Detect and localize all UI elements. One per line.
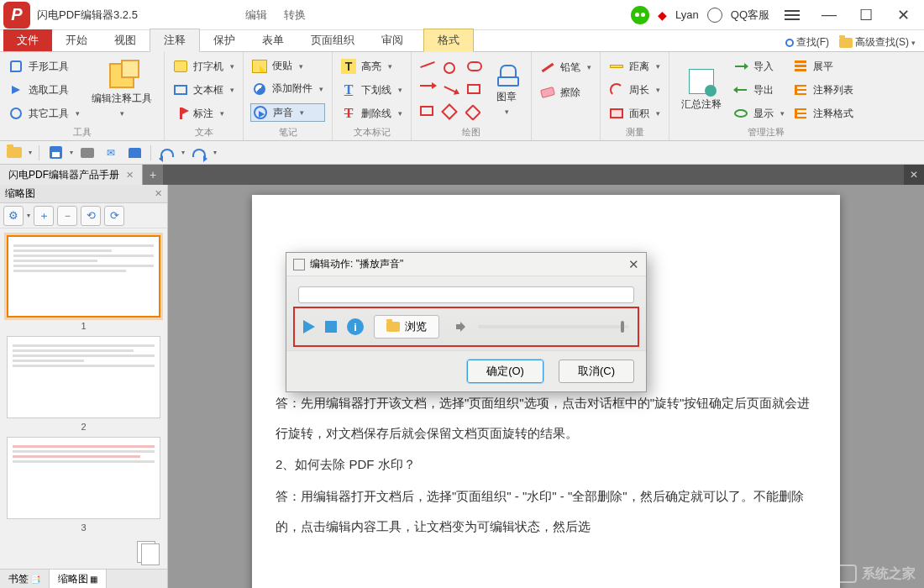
select-tool[interactable]: 选取工具	[7, 81, 81, 98]
export-annotations[interactable]: 导出	[732, 81, 786, 98]
open-button[interactable]	[5, 144, 24, 162]
add-tab-button[interactable]: +	[143, 165, 163, 185]
redo-button[interactable]	[190, 144, 208, 162]
eraser-tool[interactable]: 擦除	[538, 84, 593, 101]
hand-tool[interactable]: 手形工具	[7, 58, 81, 75]
callout-shape-tool[interactable]	[465, 83, 484, 95]
import-annotations[interactable]: 导入	[732, 58, 786, 75]
scan-button[interactable]	[125, 144, 144, 162]
callout-tool[interactable]: 标注	[171, 105, 236, 122]
import-icon	[735, 66, 747, 67]
menu-review[interactable]: 审阅	[368, 29, 417, 51]
face-icon[interactable]	[707, 8, 722, 23]
mail-button[interactable]: ✉	[102, 144, 120, 162]
thumbnail-page-2[interactable]	[7, 336, 160, 418]
arrow-tool[interactable]	[418, 84, 437, 87]
textbox-tool[interactable]: 文本框	[171, 81, 236, 98]
other-tools[interactable]: 其它工具	[7, 105, 81, 122]
close-all-tabs[interactable]: ✕	[904, 165, 924, 185]
document-tab[interactable]: 闪电PDF编辑器产品手册✕	[0, 165, 143, 185]
cancel-button[interactable]: 取消(C)	[559, 360, 634, 383]
top-tab-convert[interactable]: 转换	[277, 4, 312, 26]
polygon-tool[interactable]	[442, 105, 460, 118]
close-tab-icon[interactable]: ✕	[126, 170, 134, 181]
export-icon	[735, 89, 747, 91]
print-button[interactable]	[78, 144, 97, 162]
menu-file[interactable]: 文件	[3, 29, 52, 51]
attach-tool[interactable]: 添加附件	[250, 81, 325, 97]
dialog-close-icon[interactable]: ✕	[628, 257, 639, 272]
username[interactable]: Lyan	[675, 8, 699, 21]
oval-tool[interactable]	[442, 61, 460, 75]
title-bar: P 闪电PDF编辑器3.2.5 编辑 转换 ◆ Lyan QQ客服 — ☐ ✕	[0, 0, 924, 30]
sticky-note-icon	[252, 60, 267, 73]
wechat-icon[interactable]	[631, 6, 649, 24]
sound-tool[interactable]: 声音	[250, 103, 325, 122]
pencil-tool[interactable]: 铅笔	[538, 59, 593, 76]
volume-slider[interactable]	[478, 325, 629, 328]
thumbnail-list[interactable]: 1 2 3	[0, 228, 167, 569]
typewriter-tool[interactable]: 打字机	[171, 58, 236, 75]
top-tab-edit[interactable]: 编辑	[239, 4, 274, 26]
ribbon-group-text: 打字机 文本框 标注 文本	[165, 52, 244, 140]
folder-icon	[839, 38, 853, 48]
thumbnail-tab[interactable]: 缩略图▦	[50, 570, 107, 588]
play-button[interactable]	[303, 320, 315, 333]
undo-button[interactable]	[158, 144, 176, 162]
flatten-annotations[interactable]: 展平	[791, 58, 855, 75]
close-panel-icon[interactable]: ✕	[155, 188, 162, 199]
save-button[interactable]	[46, 144, 65, 162]
menu-button[interactable]	[778, 3, 806, 27]
dialog-titlebar[interactable]: 编辑动作: "播放声音" ✕	[286, 253, 646, 276]
adv-find-button[interactable]: 高级查找(S)▾	[836, 34, 919, 51]
thumb-settings[interactable]: ⚙	[3, 206, 24, 226]
menu-annotate[interactable]: 注释	[150, 29, 200, 52]
show-annotations[interactable]: 显示	[732, 105, 786, 122]
thumb-rotate-cw[interactable]: ⟳	[104, 206, 124, 226]
eye-icon	[734, 109, 748, 118]
menu-form[interactable]: 表单	[249, 29, 297, 51]
ok-button[interactable]: 确定(O)	[467, 360, 543, 383]
qq-service[interactable]: QQ客服	[731, 8, 769, 23]
menu-view[interactable]: 视图	[101, 29, 150, 51]
highlight-tool[interactable]: T高亮	[339, 58, 404, 75]
line-tool[interactable]	[418, 63, 437, 66]
summarize-annotations[interactable]: 汇总注释	[676, 55, 727, 124]
close-button[interactable]: ✕	[889, 3, 917, 27]
page-stack-icon[interactable]	[137, 541, 160, 564]
menu-protect[interactable]: 保护	[200, 29, 249, 51]
minimize-button[interactable]: —	[815, 3, 843, 27]
area-tool[interactable]: 面积	[607, 105, 662, 122]
polyline-tool[interactable]	[442, 88, 460, 92]
sticky-note-tool[interactable]: 便贴	[250, 58, 325, 75]
thumbnail-page-3[interactable]	[7, 437, 160, 519]
sound-path-field[interactable]	[298, 286, 634, 303]
menu-start[interactable]: 开始	[52, 29, 101, 51]
group-label-measure: 测量	[607, 124, 662, 139]
speaker-icon[interactable]	[456, 321, 468, 333]
strikeout-tool[interactable]: T删除线	[339, 105, 404, 122]
info-button[interactable]: i	[347, 318, 364, 335]
stamp-tool[interactable]: 图章	[489, 55, 524, 124]
callout-icon	[467, 84, 480, 94]
pentagon-tool[interactable]	[465, 106, 484, 119]
thumb-rotate-ccw[interactable]: ⟲	[81, 206, 101, 226]
thumb-zoom-in[interactable]: ＋	[34, 206, 54, 226]
distance-tool[interactable]: 距离	[607, 58, 662, 75]
thumbnail-page-1[interactable]	[7, 235, 160, 318]
annotation-list[interactable]: 注释列表	[791, 81, 855, 98]
annotation-format[interactable]: 注释格式	[791, 105, 855, 122]
menu-format[interactable]: 格式	[423, 29, 474, 52]
rect-tool[interactable]	[418, 105, 437, 117]
edit-annotation-tool[interactable]: 编辑注释工具	[87, 55, 157, 124]
bookmark-tab[interactable]: 书签📑	[0, 570, 50, 588]
menu-page-org[interactable]: 页面组织	[297, 29, 368, 51]
maximize-button[interactable]: ☐	[852, 3, 880, 27]
thumb-zoom-out[interactable]: －	[57, 206, 77, 226]
find-button[interactable]: 查找(F)	[782, 34, 832, 51]
underline-tool[interactable]: T下划线	[339, 81, 404, 98]
stop-button[interactable]	[325, 321, 337, 333]
cloud-tool[interactable]	[465, 60, 484, 72]
browse-button[interactable]: 浏览	[374, 315, 439, 339]
perimeter-tool[interactable]: 周长	[607, 81, 662, 98]
